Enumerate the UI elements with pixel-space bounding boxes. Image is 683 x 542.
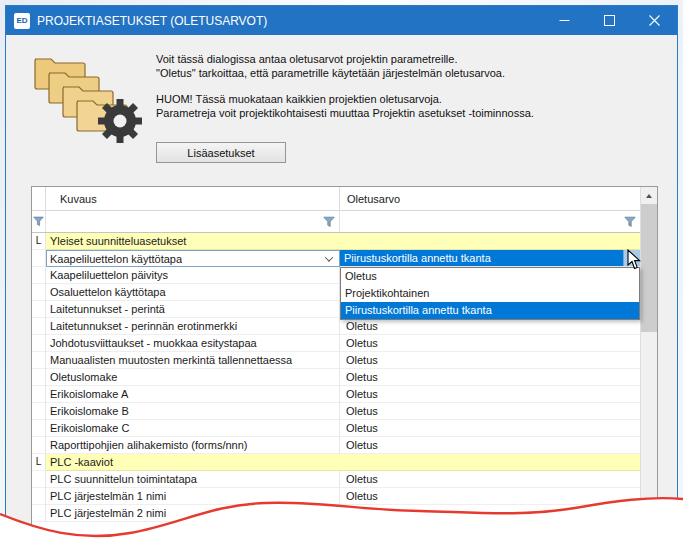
- combo-selected-value: Piirustuskortilla annettu tkanta: [340, 250, 623, 266]
- filter-funnel-icon: [323, 216, 335, 228]
- folders-gear-icon: [32, 51, 148, 147]
- row-marker: L: [32, 454, 46, 471]
- parameter-name: PLC järjestelmän 1 nimi: [46, 488, 340, 505]
- window-controls: [542, 6, 677, 35]
- settings-table: Kuvaus Oletusarvo LYleiset suunnitteluas…: [31, 186, 658, 538]
- row-marker: [32, 403, 46, 420]
- app-icon: ED: [14, 13, 30, 29]
- minimize-icon: [559, 15, 570, 26]
- parameter-row[interactable]: Manuaalisten muutosten merkintä tallenne…: [32, 352, 640, 369]
- marker-column-header: [32, 187, 46, 210]
- titlebar[interactable]: ED PROJEKTIASETUKSET (OLETUSARVOT): [6, 6, 677, 35]
- dropdown-option[interactable]: Piirustuskortilla annettu tkanta: [341, 302, 639, 319]
- row-marker: [32, 471, 46, 488]
- row-marker: [32, 284, 46, 301]
- parameter-row[interactable]: Erikoislomake AOletus: [32, 386, 640, 403]
- row-marker: [32, 267, 46, 284]
- row-marker: [32, 335, 46, 352]
- project-settings-dialog: ED PROJEKTIASETUKSET (OLETUSARVOT): [5, 5, 678, 537]
- gear-icon: [98, 99, 142, 143]
- parameter-value: Oletus: [340, 505, 640, 522]
- dropdown-option[interactable]: Projektikohtainen: [341, 285, 639, 302]
- parameter-row[interactable]: PLC suunnittelun toimintatapaOletus: [32, 471, 640, 488]
- row-marker: [32, 318, 46, 335]
- folders-gear-graphic: [32, 51, 148, 147]
- parameter-name: Raporttipohjien alihakemisto (forms/nnn): [46, 437, 340, 454]
- parameter-row[interactable]: OletuslomakeOletus: [32, 369, 640, 386]
- parameter-name: Erikoislomake A: [46, 386, 340, 403]
- parameter-row[interactable]: Erikoislomake BOletus: [32, 403, 640, 420]
- section-header-row[interactable]: LYleiset suunnitteluasetukset: [32, 233, 640, 250]
- parameter-name: PLC suunnittelun toimintatapa: [46, 471, 340, 488]
- table-header-row: Kuvaus Oletusarvo: [32, 187, 640, 211]
- row-marker: [32, 420, 46, 437]
- column-header-kuvaus[interactable]: Kuvaus: [46, 187, 340, 210]
- scrollbar-up-button[interactable]: [641, 187, 657, 204]
- parameter-value: Oletus: [340, 369, 640, 386]
- row-marker: [32, 437, 46, 454]
- row-marker: L: [32, 233, 46, 250]
- parameter-name: Erikoislomake B: [46, 403, 340, 420]
- parameter-row[interactable]: Laitetunnukset - perinnän erotinmerkkiOl…: [32, 318, 640, 335]
- section-header-row[interactable]: LPLC -kaaviot: [32, 454, 640, 471]
- column-header-oletusarvo[interactable]: Oletusarvo: [340, 187, 640, 210]
- maximize-icon: [604, 15, 615, 26]
- caret-down-icon: [629, 256, 635, 260]
- caret-down-icon: [646, 527, 652, 531]
- row-marker: [32, 369, 46, 386]
- vertical-scrollbar[interactable]: [640, 187, 657, 537]
- row-marker: [32, 301, 46, 318]
- intro-line-2: "Oletus" tarkoittaa, että parametrille k…: [156, 67, 534, 81]
- filter-funnel-icon: [33, 216, 44, 227]
- caret-up-icon: [646, 194, 652, 198]
- table-filter-row: [32, 211, 640, 233]
- row-marker: [32, 488, 46, 505]
- parameter-value: Oletus: [340, 420, 640, 437]
- filter-cell-marker[interactable]: [32, 211, 46, 232]
- advanced-settings-button[interactable]: Lisäasetukset: [156, 142, 286, 163]
- parameter-value: Oletus: [340, 437, 640, 454]
- parameter-name: PLC järjestelmän 2 nimi: [46, 505, 340, 522]
- parameter-name: Laitetunnukset - perinnän erotinmerkki: [46, 318, 340, 335]
- parameter-name: Manuaalisten muutosten merkintä tallenne…: [46, 352, 340, 369]
- close-button[interactable]: [632, 6, 677, 35]
- parameter-row[interactable]: Erikoislomake COletus: [32, 420, 640, 437]
- parameter-name: Laitetunnukset - perintä: [46, 301, 340, 318]
- row-marker: [32, 352, 46, 369]
- parameter-row[interactable]: Kaapeliluettelon käyttötapaPiirustuskort…: [32, 250, 640, 267]
- intro-line-1: Voit tässä dialogissa antaa oletusarvot …: [156, 53, 534, 67]
- desktop-background: ED PROJEKTIASETUKSET (OLETUSARVOT): [0, 0, 683, 542]
- parameter-name: Oletuslomake: [46, 369, 340, 386]
- parameter-value: Oletus: [340, 488, 640, 505]
- parameter-value: Oletus: [340, 403, 640, 420]
- combo-dropdown-button[interactable]: [623, 250, 640, 266]
- parameter-name: Osaluettelon käyttötapa: [46, 284, 340, 301]
- parameter-row[interactable]: Johdotusviittaukset - muokkaa esitystapa…: [32, 335, 640, 352]
- row-marker: [32, 386, 46, 403]
- parameter-value: Oletus: [340, 471, 640, 488]
- scrollbar-thumb[interactable]: [641, 204, 657, 332]
- combo-parameter-cell[interactable]: Kaapeliluettelon käyttötapa: [46, 250, 340, 267]
- combo-parameter-label: Kaapeliluettelon käyttötapa: [50, 251, 182, 267]
- dropdown-option[interactable]: Oletus: [341, 268, 639, 285]
- parameter-value: Oletus: [340, 318, 640, 335]
- filter-cell-kuvaus[interactable]: [46, 211, 340, 232]
- section-label: Yleiset suunnitteluasetukset: [46, 233, 640, 250]
- scrollbar-down-button[interactable]: [641, 520, 657, 537]
- combo-value-cell[interactable]: Piirustuskortilla annettu tkanta: [340, 250, 640, 267]
- maximize-button[interactable]: [587, 6, 632, 35]
- chevron-down-icon[interactable]: [325, 253, 333, 261]
- close-icon: [649, 15, 660, 26]
- row-marker: [32, 505, 46, 522]
- intro-line-4: Parametreja voit projektikohtaisesti muu…: [156, 107, 534, 121]
- combo-dropdown-list: OletusProjektikohtainenPiirustuskortilla…: [340, 267, 640, 320]
- minimize-button[interactable]: [542, 6, 587, 35]
- parameter-row[interactable]: Raporttipohjien alihakemisto (forms/nnn)…: [32, 437, 640, 454]
- filter-cell-oletusarvo[interactable]: [340, 211, 640, 232]
- intro-line-3: HUOM! Tässä muokataan kaikkien projektie…: [156, 93, 534, 107]
- parameter-name: Johdotusviittaukset - muokkaa esitystapa…: [46, 335, 340, 352]
- parameter-row[interactable]: PLC järjestelmän 2 nimiOletus: [32, 505, 640, 522]
- parameter-name: Erikoislomake C: [46, 420, 340, 437]
- parameter-row[interactable]: PLC järjestelmän 1 nimiOletus: [32, 488, 640, 505]
- parameter-value: Oletus: [340, 352, 640, 369]
